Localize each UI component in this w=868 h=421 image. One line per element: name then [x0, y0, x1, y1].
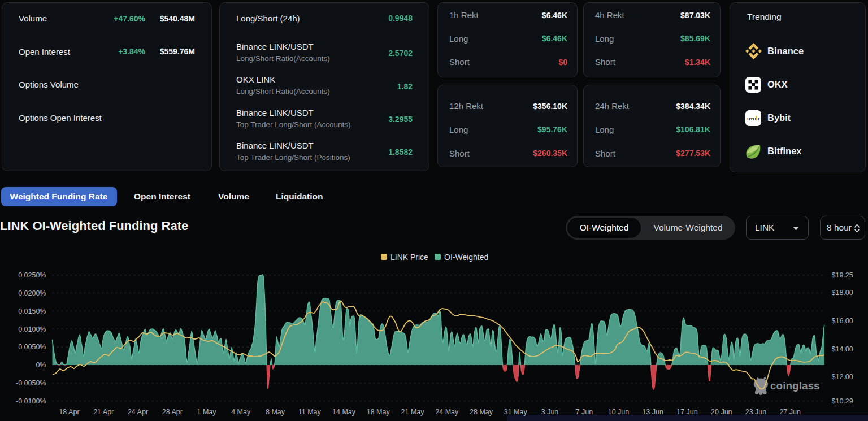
svg-text:0%: 0%: [36, 361, 46, 369]
svg-text:0.0250%: 0.0250%: [18, 271, 46, 279]
svg-text:24 Apr: 24 Apr: [128, 408, 148, 416]
svg-text:$14.00: $14.00: [832, 345, 853, 353]
svg-text:8 May: 8 May: [266, 408, 285, 416]
svg-text:$18.00: $18.00: [832, 289, 853, 297]
svg-text:18 May: 18 May: [367, 408, 390, 416]
svg-text:27 Jun: 27 Jun: [779, 408, 801, 416]
svg-text:14 May: 14 May: [332, 408, 356, 416]
svg-text:-0.0050%: -0.0050%: [16, 379, 46, 387]
svg-text:24 May: 24 May: [435, 408, 459, 416]
svg-text:$19.25: $19.25: [832, 271, 853, 279]
svg-text:31 May: 31 May: [504, 408, 528, 416]
svg-text:-0.0100%: -0.0100%: [16, 397, 46, 405]
svg-text:7 Jun: 7 Jun: [576, 408, 593, 416]
svg-text:0.0150%: 0.0150%: [18, 307, 46, 315]
svg-text:21 May: 21 May: [401, 408, 425, 416]
svg-text:20 Jun: 20 Jun: [711, 408, 732, 416]
svg-text:28 May: 28 May: [470, 408, 493, 416]
svg-text:0.0200%: 0.0200%: [18, 289, 46, 297]
svg-text:0.0100%: 0.0100%: [18, 325, 46, 333]
svg-text:17 Jun: 17 Jun: [676, 408, 698, 416]
svg-text:28 Apr: 28 Apr: [162, 408, 183, 416]
svg-text:13 Jun: 13 Jun: [642, 408, 663, 416]
svg-text:18 Apr: 18 Apr: [59, 408, 79, 416]
svg-text:$12.00: $12.00: [832, 373, 853, 381]
svg-text:0.0050%: 0.0050%: [18, 343, 46, 351]
svg-text:4 May: 4 May: [231, 408, 251, 416]
svg-text:11 May: 11 May: [298, 408, 322, 416]
svg-text:$10.29: $10.29: [832, 397, 853, 405]
svg-text:1 May: 1 May: [197, 408, 216, 416]
svg-text:21 Apr: 21 Apr: [93, 408, 114, 416]
svg-text:$16.00: $16.00: [832, 317, 853, 325]
svg-text:23 Jun: 23 Jun: [745, 408, 767, 416]
svg-text:10 Jun: 10 Jun: [608, 408, 630, 416]
svg-text:3 Jun: 3 Jun: [541, 408, 559, 416]
